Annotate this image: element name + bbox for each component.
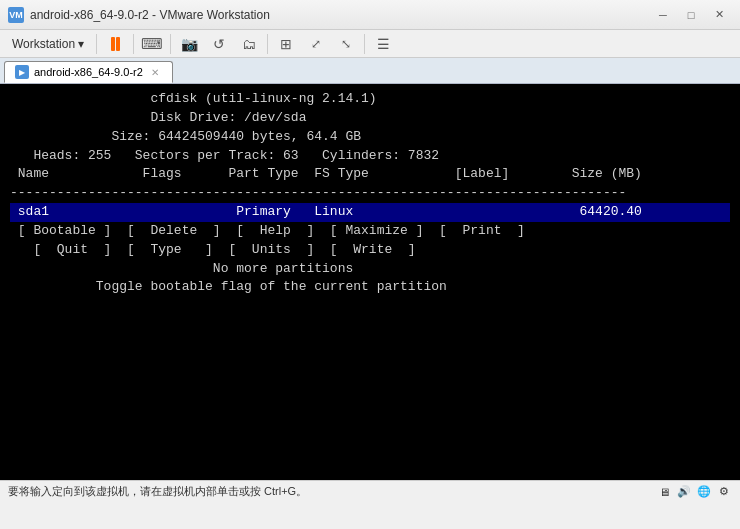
settings-icon: ⚙ (716, 484, 732, 500)
workstation-menu[interactable]: Workstation ▾ (4, 34, 92, 54)
terminal-line: ----------------------------------------… (10, 184, 730, 203)
terminal-line: Toggle bootable flag of the current part… (10, 278, 730, 297)
display-icon: 🖥 (656, 484, 672, 500)
terminal-line: Name Flags Part Type FS Type [Label] Siz… (10, 165, 730, 184)
workstation-menu-chevron: ▾ (78, 37, 84, 51)
fullscreen-icon: ⤡ (341, 37, 351, 51)
snapshot-manager-button[interactable]: 🗂 (235, 33, 263, 55)
workstation-menu-label: Workstation (12, 37, 75, 51)
terminal-line: Disk Drive: /dev/sda (10, 109, 730, 128)
revert-snapshot-button[interactable]: ↺ (205, 33, 233, 55)
view-button[interactable]: ⊞ (272, 33, 300, 55)
revert-icon: ↺ (213, 36, 225, 52)
toolbar-sep-4 (364, 34, 365, 54)
vm-tab-icon: ▶ (15, 65, 29, 79)
terminal-line: sda1 Primary Linux 64420.40 (10, 203, 730, 222)
window-title: android-x86_64-9.0-r2 - VMware Workstati… (30, 8, 650, 22)
terminal-line: [ Bootable ] [ Delete ] [ Help ] [ Maxim… (10, 222, 730, 241)
menu-toolbar-bar: Workstation ▾ ⌨ 📷 ↺ 🗂 ⊞ ⤢ ⤡ ☰ (0, 30, 740, 58)
terminal-area[interactable]: cfdisk (util-linux-ng 2.14.1) Disk Drive… (0, 84, 740, 480)
minimize-button[interactable]: ─ (650, 5, 676, 25)
terminal-line: Heads: 255 Sectors per Track: 63 Cylinde… (10, 147, 730, 166)
terminal-line: Size: 64424509440 bytes, 64.4 GB (10, 128, 730, 147)
keyboard-icon: ⌨ (141, 35, 163, 53)
app-icon: VM (8, 7, 24, 23)
snapshot-icon: 📷 (181, 36, 198, 52)
fit-guest-button[interactable]: ⤢ (302, 33, 330, 55)
status-text: 要将输入定向到该虚拟机，请在虚拟机内部单击或按 Ctrl+G。 (8, 484, 656, 499)
terminal-line: [ Quit ] [ Type ] [ Units ] [ Write ] (10, 241, 730, 260)
window-controls: ─ □ ✕ (650, 5, 732, 25)
title-bar: VM android-x86_64-9.0-r2 - VMware Workst… (0, 0, 740, 30)
close-button[interactable]: ✕ (706, 5, 732, 25)
restore-button[interactable]: □ (678, 5, 704, 25)
terminal-line: cfdisk (util-linux-ng 2.14.1) (10, 90, 730, 109)
status-bar: 要将输入定向到该虚拟机，请在虚拟机内部单击或按 Ctrl+G。 🖥 🔊 🌐 ⚙ (0, 480, 740, 502)
send-ctrl-alt-del-button[interactable]: ⌨ (138, 33, 166, 55)
vm-tab-label: android-x86_64-9.0-r2 (34, 66, 143, 78)
vm-tab[interactable]: ▶ android-x86_64-9.0-r2 ✕ (4, 61, 173, 83)
toolbar-separator-left (96, 34, 97, 54)
fit-icon: ⤢ (311, 37, 321, 51)
snapshot-button[interactable]: 📷 (175, 33, 203, 55)
vm-tab-close[interactable]: ✕ (148, 65, 162, 79)
sound-icon: 🔊 (676, 484, 692, 500)
fullscreen-button[interactable]: ⤡ (332, 33, 360, 55)
unity-icon: ☰ (377, 36, 390, 52)
status-icons: 🖥 🔊 🌐 ⚙ (656, 484, 732, 500)
snapshot-manager-icon: 🗂 (242, 36, 256, 52)
view-icon: ⊞ (280, 36, 292, 52)
toolbar-sep-3 (267, 34, 268, 54)
toolbar-sep-1 (133, 34, 134, 54)
pause-resume-button[interactable] (101, 33, 129, 55)
toolbar-sep-2 (170, 34, 171, 54)
unity-button[interactable]: ☰ (369, 33, 397, 55)
pause-icon (111, 37, 120, 51)
tab-bar: ▶ android-x86_64-9.0-r2 ✕ (0, 58, 740, 84)
network-icon: 🌐 (696, 484, 712, 500)
terminal-line: No more partitions (10, 260, 730, 279)
